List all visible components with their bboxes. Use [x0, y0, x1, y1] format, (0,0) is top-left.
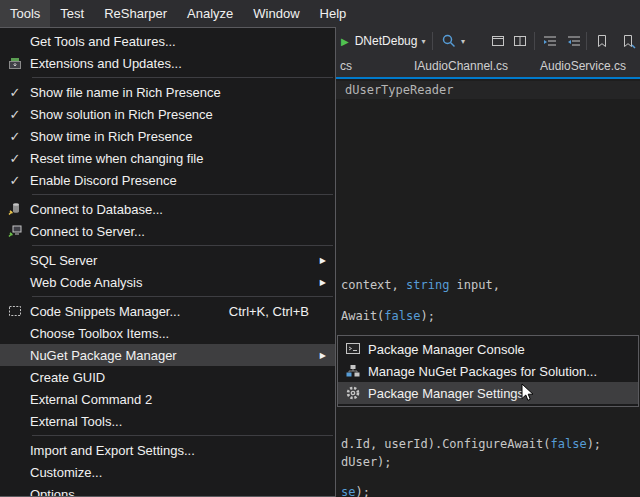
magnifier-icon: [441, 33, 457, 49]
new-window-button[interactable]: [490, 27, 506, 55]
outdent-button[interactable]: [566, 27, 582, 55]
menu-separator: [32, 435, 333, 436]
document-tab-iaudiochannel[interactable]: IAudioChannel.cs: [414, 55, 508, 77]
submenu-item-package-manager-settings[interactable]: Package Manager Settings: [338, 382, 638, 404]
database-connect-icon: [0, 201, 30, 217]
submenu-arrow-icon: ▶: [320, 256, 326, 265]
menu-item-code-snippets-manager[interactable]: Code Snippets Manager... Ctrl+K, Ctrl+B: [0, 300, 335, 322]
debug-target-label: DNetDebug: [355, 34, 418, 48]
bookmark-next-button[interactable]: [620, 27, 636, 55]
extensions-icon: [0, 55, 30, 71]
outdent-lines-icon: [566, 33, 582, 49]
checkmark-icon: ✓: [0, 151, 30, 166]
document-tab-audioservice[interactable]: AudioService.cs: [540, 55, 626, 77]
code-line: dUser);: [341, 455, 392, 469]
bookmark-button[interactable]: [594, 27, 610, 55]
menu-item-customize[interactable]: Customize...: [0, 461, 335, 483]
code-line: Await(false);: [341, 309, 435, 323]
menubar-item-test[interactable]: Test: [50, 0, 94, 27]
menu-separator: [32, 296, 333, 297]
split-window-icon: [512, 33, 528, 49]
menu-item-create-guid[interactable]: Create GUID: [0, 366, 335, 388]
checkmark-icon: ✓: [0, 85, 30, 100]
navigation-type-label[interactable]: dUserTypeReader: [345, 83, 453, 97]
menu-separator: [32, 245, 333, 246]
checkmark-icon: ✓: [0, 129, 30, 144]
packages-icon: [338, 363, 368, 379]
bookmark-arrow-icon: [620, 33, 636, 49]
checkmark-icon: ✓: [0, 107, 30, 122]
document-tab[interactable]: cs: [340, 55, 352, 77]
find-button[interactable]: ▾: [441, 27, 465, 55]
menu-item-connect-to-server[interactable]: Connect to Server...: [0, 220, 335, 242]
chevron-down-icon[interactable]: ▾: [421, 37, 425, 46]
menu-item-web-code-analysis[interactable]: Web Code Analysis ▶: [0, 271, 335, 293]
code-line: se);: [341, 485, 370, 497]
menu-item-get-tools-and-features[interactable]: Get Tools and Features...: [0, 30, 335, 52]
nuget-package-manager-submenu: Package Manager Console Manage NuGet Pac…: [337, 335, 639, 407]
window-icon: [490, 33, 506, 49]
menu-bar: Tools Test ReSharper Analyze Window Help: [0, 0, 640, 27]
mouse-cursor: [521, 383, 535, 407]
menu-item-enable-discord-presence[interactable]: ✓ Enable Discord Presence: [0, 169, 335, 191]
start-debug-button[interactable]: ▶ DNetDebug ▾: [341, 27, 425, 55]
menu-item-nuget-package-manager[interactable]: NuGet Package Manager ▶: [0, 344, 335, 366]
shortcut-label: Ctrl+K, Ctrl+B: [229, 304, 335, 319]
code-line: d.Id, userId).ConfigureAwait(false);: [341, 437, 601, 451]
menubar-item-resharper[interactable]: ReSharper: [94, 0, 177, 27]
menu-item-show-file-name-in-rich-presence[interactable]: ✓ Show file name in Rich Presence: [0, 81, 335, 103]
submenu-item-manage-nuget-packages-for-solution[interactable]: Manage NuGet Packages for Solution...: [338, 360, 638, 382]
menubar-item-analyze[interactable]: Analyze: [177, 0, 243, 27]
menu-item-external-command-2[interactable]: External Command 2: [0, 388, 335, 410]
menu-item-external-tools[interactable]: External Tools...: [0, 410, 335, 432]
menu-item-import-and-export-settings[interactable]: Import and Export Settings...: [0, 439, 335, 461]
menu-item-show-solution-in-rich-presence[interactable]: ✓ Show solution in Rich Presence: [0, 103, 335, 125]
menubar-item-window[interactable]: Window: [243, 0, 309, 27]
menu-item-sql-server[interactable]: SQL Server ▶: [0, 249, 335, 271]
menu-separator: [32, 194, 333, 195]
menu-item-choose-toolbox-items[interactable]: Choose Toolbox Items...: [0, 322, 335, 344]
submenu-arrow-icon: ▶: [320, 351, 326, 360]
chevron-down-icon[interactable]: ▾: [461, 37, 465, 46]
toolbar-separator: [534, 32, 535, 50]
menu-item-connect-to-database[interactable]: Connect to Database...: [0, 198, 335, 220]
menu-item-options[interactable]: Options...: [0, 483, 335, 497]
console-icon: [338, 341, 368, 357]
indent-lines-icon: [542, 33, 558, 49]
menu-item-reset-time-when-changing-file[interactable]: ✓ Reset time when changing file: [0, 147, 335, 169]
split-window-button[interactable]: [512, 27, 528, 55]
submenu-item-package-manager-console[interactable]: Package Manager Console: [338, 338, 638, 360]
gear-icon: [338, 385, 368, 401]
bookmark-icon: [594, 33, 610, 49]
code-line: context, string input,: [341, 278, 500, 292]
indent-button[interactable]: [542, 27, 558, 55]
tools-menu: Get Tools and Features... Extensions and…: [0, 27, 336, 497]
menu-separator: [32, 77, 333, 78]
menu-item-show-time-in-rich-presence[interactable]: ✓ Show time in Rich Presence: [0, 125, 335, 147]
menubar-item-help[interactable]: Help: [310, 0, 357, 27]
snippets-icon: [0, 303, 30, 319]
play-icon: ▶: [341, 36, 349, 47]
submenu-arrow-icon: ▶: [320, 278, 326, 287]
toolbar-separator: [432, 32, 433, 50]
toolbar-separator: [586, 32, 587, 50]
checkmark-icon: ✓: [0, 173, 30, 188]
menu-item-extensions-and-updates[interactable]: Extensions and Updates...: [0, 52, 335, 74]
server-connect-icon: [0, 223, 30, 239]
menubar-item-tools[interactable]: Tools: [0, 0, 50, 27]
